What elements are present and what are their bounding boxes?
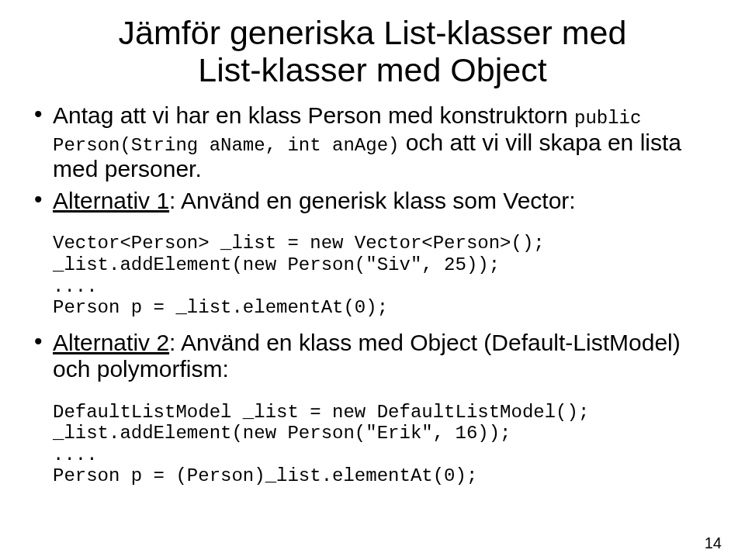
bullet-2-rest: : Använd en generisk klass som Vector:: [169, 188, 576, 213]
bullet-3-text: Alternativ 2: Använd en klass med Object…: [53, 330, 681, 382]
bullet-list-2: Alternativ 2: Använd en klass med Object…: [31, 330, 714, 383]
page-number: 14: [705, 534, 722, 552]
slide: Jämför generiska List-klasser med List-k…: [0, 0, 745, 560]
code-block-2: DefaultListModel _list = new DefaultList…: [53, 402, 714, 487]
bullet-2: Alternativ 1: Använd en generisk klass s…: [31, 188, 714, 215]
bullet-1: Antag att vi har en klass Person med kon…: [31, 102, 714, 183]
bullet-3-underlined: Alternativ 2: [53, 330, 169, 355]
code-block-1: Vector<Person> _list = new Vector<Person…: [53, 233, 714, 318]
bullet-3: Alternativ 2: Använd en klass med Object…: [31, 330, 714, 383]
title-line-2: List-klasser med Object: [198, 51, 546, 88]
bullet-list: Antag att vi har en klass Person med kon…: [31, 102, 714, 214]
title-line-1: Jämför generiska List-klasser med: [119, 14, 627, 51]
bullet-1-text-a: Antag att vi har en klass Person med kon…: [53, 102, 574, 128]
bullet-2-text: Alternativ 1: Använd en generisk klass s…: [53, 188, 576, 213]
slide-title: Jämför generiska List-klasser med List-k…: [31, 14, 714, 88]
bullet-2-underlined: Alternativ 1: [53, 188, 169, 213]
